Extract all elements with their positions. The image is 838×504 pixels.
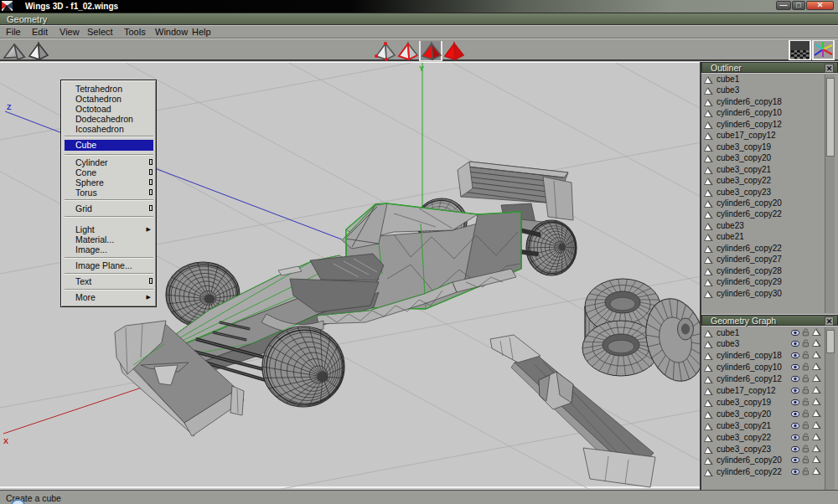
svg-text:X: X — [3, 437, 8, 445]
svg-text:Y: Y — [419, 64, 424, 73]
svg-text:Z: Z — [7, 103, 12, 111]
